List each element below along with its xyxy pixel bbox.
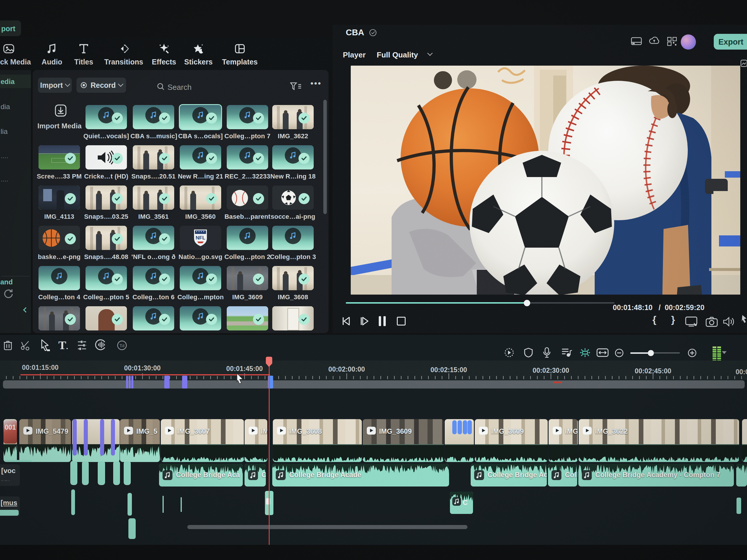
svg-text:NFL: NFL [196, 235, 205, 241]
svg-text:Td: Td [120, 343, 125, 348]
